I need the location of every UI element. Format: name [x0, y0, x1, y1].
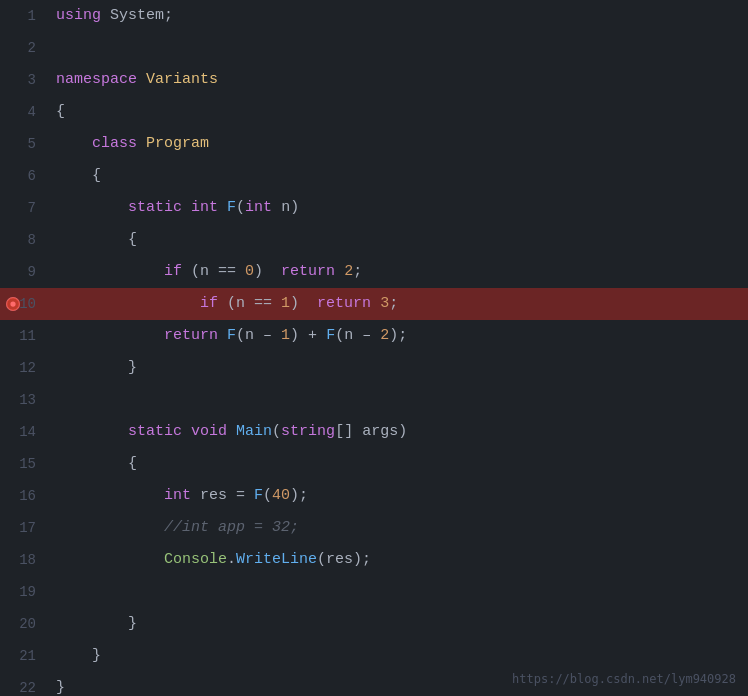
- line-number: 9: [0, 264, 48, 280]
- code-line: 8 {: [0, 224, 748, 256]
- line-number: 20: [0, 616, 48, 632]
- line-number: 4: [0, 104, 48, 120]
- line-number: 19: [0, 584, 48, 600]
- line-number: 8: [0, 232, 48, 248]
- line-code: {: [48, 160, 748, 192]
- code-editor: 1using System;2 3namespace Variants4{5 c…: [0, 0, 748, 696]
- line-code: static void Main(string[] args): [48, 416, 748, 448]
- code-line: 17 //int app = 32;: [0, 512, 748, 544]
- code-line: 18 Console.WriteLine(res);: [0, 544, 748, 576]
- code-line: 9 if (n == 0) return 2;: [0, 256, 748, 288]
- line-code: if (n == 1) return 3;: [48, 288, 748, 320]
- watermark: https://blog.csdn.net/lym940928: [512, 672, 736, 686]
- code-line: 5 class Program: [0, 128, 748, 160]
- line-code: using System;: [48, 0, 748, 32]
- line-code: int res = F(40);: [48, 480, 748, 512]
- line-number: 22: [0, 680, 48, 696]
- line-code: namespace Variants: [48, 64, 748, 96]
- code-line: 4{: [0, 96, 748, 128]
- line-number: 17: [0, 520, 48, 536]
- line-code: Console.WriteLine(res);: [48, 544, 748, 576]
- line-number: 21: [0, 648, 48, 664]
- line-code: }: [48, 608, 748, 640]
- line-number: 1: [0, 8, 48, 24]
- line-number: 2: [0, 40, 48, 56]
- code-line: 10 if (n == 1) return 3;: [0, 288, 748, 320]
- code-line: 11 return F(n – 1) + F(n – 2);: [0, 320, 748, 352]
- line-code: //int app = 32;: [48, 512, 748, 544]
- code-line: 14 static void Main(string[] args): [0, 416, 748, 448]
- code-line: 15 {: [0, 448, 748, 480]
- code-line: 21 }: [0, 640, 748, 672]
- line-number: 10: [0, 296, 48, 312]
- line-code: {: [48, 224, 748, 256]
- line-code: {: [48, 96, 748, 128]
- line-number: 6: [0, 168, 48, 184]
- line-number: 12: [0, 360, 48, 376]
- line-code: class Program: [48, 128, 748, 160]
- line-number: 13: [0, 392, 48, 408]
- code-line: 20 }: [0, 608, 748, 640]
- line-code: {: [48, 448, 748, 480]
- line-number: 11: [0, 328, 48, 344]
- line-number: 15: [0, 456, 48, 472]
- line-code: static int F(int n): [48, 192, 748, 224]
- line-number: 5: [0, 136, 48, 152]
- line-code: }: [48, 352, 748, 384]
- line-code: return F(n – 1) + F(n – 2);: [48, 320, 748, 352]
- code-lines: 1using System;2 3namespace Variants4{5 c…: [0, 0, 748, 696]
- breakpoint-icon[interactable]: [6, 297, 20, 311]
- line-code: [48, 384, 748, 416]
- code-line: 16 int res = F(40);: [0, 480, 748, 512]
- code-line: 13: [0, 384, 748, 416]
- line-code: [48, 576, 748, 608]
- line-code: if (n == 0) return 2;: [48, 256, 748, 288]
- line-code: [48, 32, 748, 64]
- line-number: 14: [0, 424, 48, 440]
- svg-point-1: [10, 301, 15, 306]
- code-line: 19: [0, 576, 748, 608]
- line-number: 16: [0, 488, 48, 504]
- code-line: 6 {: [0, 160, 748, 192]
- line-code: }: [48, 640, 748, 672]
- line-number: 18: [0, 552, 48, 568]
- code-line: 1using System;: [0, 0, 748, 32]
- code-line: 2: [0, 32, 748, 64]
- code-line: 12 }: [0, 352, 748, 384]
- code-line: 3namespace Variants: [0, 64, 748, 96]
- line-number: 7: [0, 200, 48, 216]
- line-number: 3: [0, 72, 48, 88]
- code-line: 7 static int F(int n): [0, 192, 748, 224]
